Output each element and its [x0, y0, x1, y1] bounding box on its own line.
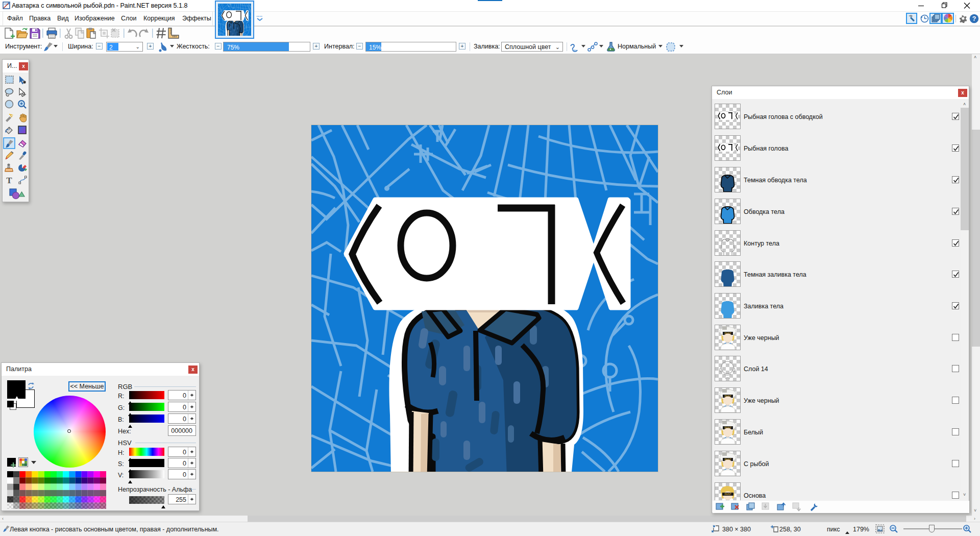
svg-text:?: ?	[972, 15, 976, 22]
svg-text:PAINT: PAINT	[725, 493, 731, 496]
svg-text:T: T	[6, 176, 12, 185]
